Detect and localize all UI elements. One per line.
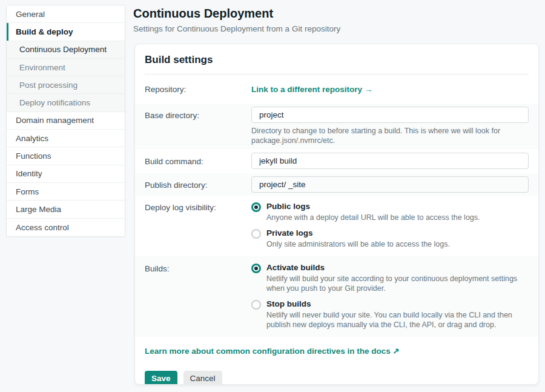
base-directory-help: Directory to change to before starting a… bbox=[251, 126, 529, 145]
sidebar-item-build-deploy[interactable]: Build & deploy bbox=[7, 23, 125, 41]
stop-builds-desc: Netlify will never build your site. You … bbox=[266, 310, 529, 330]
link-different-repository[interactable]: Link to a different repository → bbox=[251, 85, 372, 94]
public-logs-radio[interactable] bbox=[251, 202, 261, 212]
repository-label: Repository: bbox=[145, 84, 251, 95]
settings-sidebar: General Build & deploy Continuous Deploy… bbox=[6, 5, 125, 237]
docs-link-text: Learn more about common configuration di… bbox=[145, 347, 391, 356]
private-logs-title[interactable]: Private logs bbox=[266, 228, 529, 238]
sidebar-item-functions[interactable]: Functions bbox=[7, 147, 125, 165]
private-logs-desc: Only site administrators will be able to… bbox=[266, 239, 529, 249]
sidebar-item-large-media[interactable]: Large Media bbox=[7, 201, 125, 218]
base-directory-input[interactable] bbox=[251, 107, 529, 123]
private-logs-radio[interactable] bbox=[251, 229, 261, 239]
sidebar-item-general[interactable]: General bbox=[7, 5, 125, 23]
sidebar-item-deploy-notifications[interactable]: Deploy notifications bbox=[7, 94, 125, 111]
build-command-input[interactable] bbox=[251, 153, 529, 169]
stop-builds-radio[interactable] bbox=[251, 300, 261, 310]
public-logs-option: Public logs Anyone with a deploy detail … bbox=[251, 202, 529, 222]
settings-page: General Build & deploy Continuous Deploy… bbox=[0, 0, 545, 392]
sidebar-item-post-processing[interactable]: Post processing bbox=[7, 76, 125, 94]
sidebar-item-forms[interactable]: Forms bbox=[7, 183, 125, 201]
sidebar-item-continuous-deployment[interactable]: Continuous Deployment bbox=[7, 41, 125, 59]
base-directory-row: Base directory: Directory to change to b… bbox=[135, 104, 538, 149]
card-footer: Learn more about common configuration di… bbox=[135, 337, 538, 385]
docs-link[interactable]: Learn more about common configuration di… bbox=[145, 347, 400, 356]
publish-directory-label: Publish directory: bbox=[145, 176, 251, 193]
sidebar-item-access-control[interactable]: Access control bbox=[7, 219, 125, 236]
activate-builds-desc: Netlify will build your site according t… bbox=[266, 274, 529, 294]
deploy-log-visibility-label: Deploy log visibility: bbox=[145, 202, 251, 250]
builds-label: Builds: bbox=[145, 263, 251, 330]
arrow-up-right-icon: ↗ bbox=[393, 347, 400, 356]
sidebar-item-domain-management[interactable]: Domain management bbox=[7, 112, 125, 130]
private-logs-option: Private logs Only site administrators wi… bbox=[251, 228, 529, 249]
save-button[interactable]: Save bbox=[145, 371, 177, 385]
sidebar-item-identity[interactable]: Identity bbox=[7, 165, 125, 183]
build-settings-card: Build settings Repository: Link to a dif… bbox=[134, 44, 539, 385]
builds-row: Builds: Activate builds Netlify will bui… bbox=[135, 256, 538, 337]
cancel-button[interactable]: Cancel bbox=[183, 371, 222, 385]
sidebar-item-environment[interactable]: Environment bbox=[7, 59, 125, 76]
page-subtitle: Settings for Continuous Deployment from … bbox=[133, 24, 340, 33]
publish-directory-row: Publish directory: bbox=[135, 173, 538, 196]
activate-builds-radio[interactable] bbox=[251, 264, 261, 273]
public-logs-desc: Anyone with a deploy detail URL will be … bbox=[266, 213, 529, 222]
link-different-repository-text: Link to a different repository bbox=[251, 85, 362, 94]
activate-builds-title[interactable]: Activate builds bbox=[266, 263, 529, 272]
deploy-log-visibility-row: Deploy log visibility: Public logs Anyon… bbox=[135, 196, 538, 256]
stop-builds-option: Stop builds Netlify will never build you… bbox=[251, 299, 529, 330]
arrow-right-icon: → bbox=[365, 85, 373, 94]
build-command-label: Build command: bbox=[145, 153, 251, 169]
base-directory-label: Base directory: bbox=[145, 107, 251, 145]
build-command-row: Build command: bbox=[135, 149, 538, 173]
public-logs-title[interactable]: Public logs bbox=[266, 202, 529, 211]
activate-builds-option: Activate builds Netlify will build your … bbox=[251, 263, 529, 294]
page-title: Continuous Deployment bbox=[133, 7, 273, 21]
card-title: Build settings bbox=[145, 54, 529, 66]
stop-builds-title[interactable]: Stop builds bbox=[266, 299, 529, 308]
repository-row: Repository: Link to a different reposito… bbox=[135, 75, 538, 104]
sidebar-item-analytics[interactable]: Analytics bbox=[7, 130, 125, 147]
publish-directory-input[interactable] bbox=[251, 176, 529, 193]
